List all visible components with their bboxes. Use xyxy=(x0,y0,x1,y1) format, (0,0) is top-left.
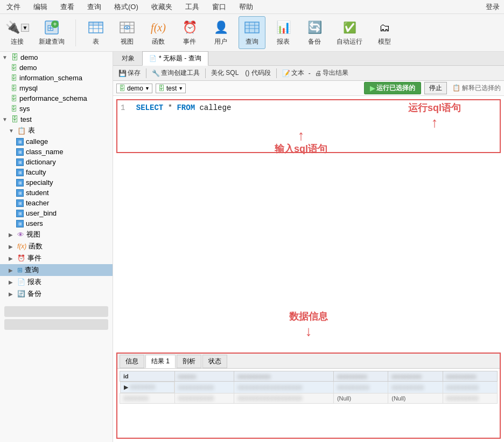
sidebar-item-events[interactable]: ▶ ⏰ 事件 xyxy=(0,252,113,264)
sidebar-item-label: 报表 xyxy=(27,277,41,287)
collapse-arrow[interactable]: ▶ xyxy=(9,255,15,261)
table-icon: ⊞ xyxy=(16,189,24,197)
database-icon: 🗄 xyxy=(11,105,17,113)
collapse-arrow[interactable]: ▼ xyxy=(2,54,9,60)
sql-table-name: callege xyxy=(199,103,231,112)
collapse-arrow[interactable]: ▶ xyxy=(9,232,15,238)
event-button[interactable]: ⏰ 事件 xyxy=(176,17,203,49)
report-button[interactable]: 📊 报表 xyxy=(270,17,297,49)
tab-info[interactable]: 信息 xyxy=(120,355,144,368)
table-icon: ⊞ xyxy=(16,169,24,176)
sidebar-item-class-name[interactable]: ⊞ class_name xyxy=(0,147,113,157)
sidebar-item-test-db[interactable]: ▼ 🗄 test xyxy=(0,114,113,125)
sidebar-item-demo[interactable]: 🗄 demo xyxy=(0,63,113,73)
table-icon xyxy=(87,19,104,36)
sidebar-item-label: 备份 xyxy=(27,289,41,299)
cell: (Null) xyxy=(388,393,443,404)
function-button[interactable]: f(x) 函数 xyxy=(145,17,172,49)
sidebar-item-information-schema[interactable]: 🗄 information_schema xyxy=(0,73,113,83)
run-button[interactable]: ▶ 运行已选择的 xyxy=(364,82,421,94)
create-tool-button[interactable]: 🔧 查询创建工具 xyxy=(150,68,202,78)
sidebar-item-queries[interactable]: ▶ ⊞ 查询 xyxy=(0,264,113,276)
row-arrow: ▶ xyxy=(124,384,128,391)
db1-selector[interactable]: 🗄 demo ▼ xyxy=(116,84,152,93)
menu-file[interactable]: 文件 xyxy=(4,1,23,13)
tab-result1[interactable]: 结果 1 xyxy=(145,355,176,368)
user-label: 用户 xyxy=(214,37,227,46)
collapse-arrow[interactable]: ▶ xyxy=(9,291,15,297)
login-button[interactable]: 登录 xyxy=(486,2,500,12)
backup-button[interactable]: 🔄 备份 xyxy=(301,17,328,49)
query-button[interactable]: 查询 xyxy=(239,16,265,49)
menu-format[interactable]: 格式(O) xyxy=(112,1,141,13)
menu-query[interactable]: 查询 xyxy=(85,1,103,13)
editor-container: 1 SELECT * FROM callege ↑ 输入sql语句 运行sql语… xyxy=(113,96,504,442)
sidebar-item-label: class_name xyxy=(26,148,63,156)
sidebar-item-dictionary[interactable]: ⊞ dictionary xyxy=(0,157,113,167)
menu-favorites[interactable]: 收藏夹 xyxy=(149,1,174,13)
col-6: xxxxxxxxxx xyxy=(443,371,497,382)
sidebar-db-label: demo xyxy=(20,53,38,61)
tab-profiling[interactable]: 剖析 xyxy=(177,355,201,368)
run-label: 运行已选择的 xyxy=(376,84,415,93)
explain-button[interactable]: 📋 解释已选择的 xyxy=(452,84,501,93)
query-selectors: 🗄 demo ▼ 🗄 test ▼ ▶ 运行已选择的 停止 📋 解释已选择的 xyxy=(113,81,504,96)
sidebar-item-performance-schema[interactable]: 🗄 performance_schema xyxy=(0,93,113,103)
db2-selector[interactable]: 🗄 test ▼ xyxy=(156,84,186,93)
sidebar-item-user-bind[interactable]: ⊞ user_bind xyxy=(0,208,113,218)
collapse-arrow[interactable]: ▼ xyxy=(9,128,15,134)
sidebar-item-callege[interactable]: ⊞ callege xyxy=(0,136,113,147)
sidebar-item-student[interactable]: ⊞ student xyxy=(0,188,113,198)
model-icon: 🗂 xyxy=(376,19,393,36)
sidebar-item-mysql[interactable]: 🗄 mysql xyxy=(0,83,113,93)
text-button[interactable]: 📝 文本 xyxy=(280,68,306,78)
sql-from-keyword: FROM xyxy=(177,103,195,112)
sidebar-item-specialty[interactable]: ⊞ specialty xyxy=(0,177,113,188)
export-button[interactable]: 🖨 导出结果 xyxy=(313,68,351,78)
sidebar-item-backup[interactable]: ▶ 🔄 备份 xyxy=(0,288,113,300)
menu-view[interactable]: 查看 xyxy=(58,1,76,13)
collapse-arrow[interactable]: ▶ xyxy=(9,279,15,285)
new-query-button[interactable]: ⊞ + 新建查询 xyxy=(34,17,69,49)
code-segment-button[interactable]: () 代码段 xyxy=(243,68,272,78)
toolbar-divider-1 xyxy=(75,19,76,46)
sidebar-item-demo-db[interactable]: ▼ 🗄 demo xyxy=(0,52,113,63)
view-button[interactable]: 视图 xyxy=(114,17,141,49)
main-layout: ▼ 🗄 demo 🗄 demo 🗄 information_schema 🗄 m… xyxy=(0,52,504,442)
collapse-arrow[interactable]: ▶ xyxy=(9,267,15,273)
autorun-button[interactable]: ✅ 自动运行 xyxy=(332,17,367,49)
tab-query[interactable]: 📄 * 无标题 - 查询 xyxy=(142,51,208,66)
table-button[interactable]: 表 xyxy=(82,17,109,49)
sidebar-item-teacher[interactable]: ⊞ teacher xyxy=(0,198,113,208)
col-5: xxxxxxxxxx xyxy=(388,371,443,382)
model-button[interactable]: 🗂 模型 xyxy=(371,17,398,49)
beautify-button[interactable]: 美化 SQL xyxy=(209,68,241,78)
save-button[interactable]: 💾 保存 xyxy=(116,68,143,78)
sidebar-item-reports[interactable]: ▶ 📄 报表 xyxy=(0,276,113,288)
code-editor[interactable]: 1 SELECT * FROM callege xyxy=(116,99,501,153)
tab-objects[interactable]: 对象 xyxy=(115,52,141,65)
collapse-arrow[interactable]: ▶ xyxy=(9,244,15,250)
menu-window[interactable]: 窗口 xyxy=(210,1,228,13)
menu-tools[interactable]: 工具 xyxy=(183,1,201,13)
tab-status[interactable]: 状态 xyxy=(202,355,227,368)
sidebar-item-functions[interactable]: ▶ f(x) 函数 xyxy=(0,240,113,252)
sidebar-item-faculty[interactable]: ⊞ faculty xyxy=(0,167,113,177)
sidebar-item-sys[interactable]: 🗄 sys xyxy=(0,103,113,114)
beautify-label: 美化 SQL xyxy=(211,68,239,78)
line-number: 1 xyxy=(121,103,125,112)
menu-edit[interactable]: 编辑 xyxy=(31,1,50,13)
database-icon: 🗄 xyxy=(11,53,18,61)
stop-button[interactable]: 停止 xyxy=(424,82,447,94)
user-icon: 👤 xyxy=(212,19,229,36)
menu-help[interactable]: 帮助 xyxy=(237,1,255,13)
collapse-arrow[interactable]: ▼ xyxy=(2,116,9,122)
sidebar-item-views[interactable]: ▶ 👁 视图 xyxy=(0,229,113,240)
content-area: 对象 📄 * 无标题 - 查询 💾 保存 🔧 查询创建工具 美化 SQL () xyxy=(113,52,504,442)
sidebar-item-tables-folder[interactable]: ▼ 📋 表 xyxy=(0,125,113,136)
sql-select-keyword: SELECT xyxy=(136,103,163,112)
connect-button[interactable]: 🔌 ▼ 连接 xyxy=(4,17,30,49)
user-button[interactable]: 👤 用户 xyxy=(207,17,234,49)
sidebar-item-users[interactable]: ⊞ users xyxy=(0,218,113,229)
report-icon: 📊 xyxy=(275,19,292,36)
